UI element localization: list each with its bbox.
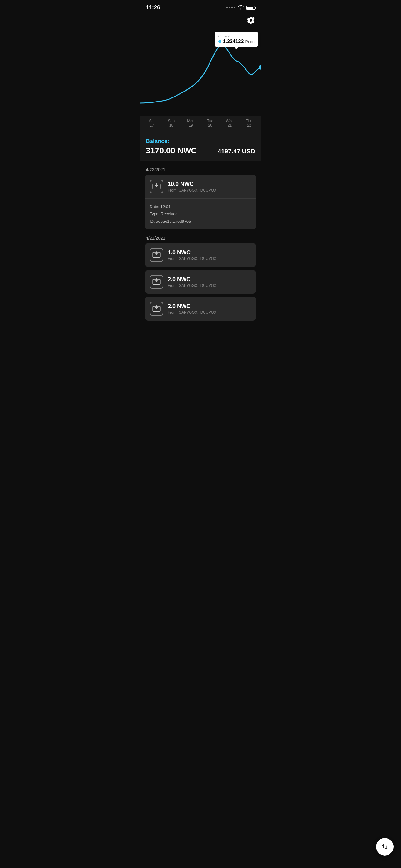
status-time: 11:26 <box>146 4 160 11</box>
tx-detail-1: Date: 12:01 Type: Received ID: adeae1e..… <box>144 198 257 229</box>
tx-date-1: Date: 12:01 <box>149 203 252 210</box>
tx-amount-3: 2.0 NWC <box>168 276 252 283</box>
tx-amount-2: 1.0 NWC <box>168 249 252 256</box>
date-group-4212021: 4/21/2021 1.0 NWC From: GAPYGGX...DUUVOX… <box>144 236 257 320</box>
receive-icon-2 <box>152 251 161 259</box>
xaxis-sat17: Sat 17 <box>142 119 162 127</box>
chart-xaxis: Sat 17 Sun 18 Mon 19 Tue 20 Wed 21 Thu 2… <box>140 116 261 132</box>
tx-card-2[interactable]: 1.0 NWC From: GAPYGGX...DUUVOXI <box>144 243 257 267</box>
chart-tooltip: Current 1.324122 Price <box>214 32 258 47</box>
receive-icon <box>152 182 161 191</box>
xaxis-thu22: Thu 22 <box>239 119 259 127</box>
xaxis-tue20: Tue 20 <box>201 119 220 127</box>
tooltip-price-label: Price <box>245 39 255 44</box>
tooltip-dot <box>218 40 222 43</box>
date-header-4222021: 4/22/2021 <box>144 167 257 172</box>
date-header-4212021: 4/21/2021 <box>144 236 257 241</box>
tx-amount-1: 10.0 NWC <box>168 181 252 187</box>
tx-from-1: From: GAPYGGX...DUUVOXI <box>168 188 252 192</box>
tx-card-3[interactable]: 2.0 NWC From: GAPYGGX...DUUVOXI <box>144 270 257 294</box>
receive-icon-3 <box>152 277 161 286</box>
status-icons <box>226 5 255 11</box>
tooltip-value-row: 1.324122 Price <box>218 39 255 44</box>
tx-main-2: 1.0 NWC From: GAPYGGX...DUUVOXI <box>144 243 257 267</box>
tx-info-2: 1.0 NWC From: GAPYGGX...DUUVOXI <box>168 249 252 261</box>
balance-row: 3170.00 NWC 4197.47 USD <box>146 146 255 156</box>
receive-icon-4 <box>152 304 161 313</box>
xaxis-mon19: Mon 19 <box>181 119 201 127</box>
balance-label: Balance: <box>146 138 255 145</box>
status-bar: 11:26 <box>140 0 261 13</box>
tx-info-1: 10.0 NWC From: GAPYGGX...DUUVOXI <box>168 181 252 192</box>
tooltip-price: 1.324122 <box>223 39 244 44</box>
tx-main-1: 10.0 NWC From: GAPYGGX...DUUVOXI <box>144 175 257 198</box>
tx-from-4: From: GAPYGGX...DUUVOXI <box>168 310 252 315</box>
tx-from-3: From: GAPYGGX...DUUVOXI <box>168 283 252 288</box>
transactions-list: 4/22/2021 10.0 NWC From: GAPYGGX...DUUVO… <box>140 167 261 353</box>
tx-id-1: ID: adeae1e...aed9705 <box>149 218 252 225</box>
tx-type-1: Type: Received <box>149 210 252 217</box>
tx-from-2: From: GAPYGGX...DUUVOXI <box>168 256 252 261</box>
tx-icon-2 <box>149 248 163 262</box>
wifi-icon <box>238 5 244 11</box>
price-chart: Current 1.324122 Price <box>140 28 261 116</box>
tx-main-4: 2.0 NWC From: GAPYGGX...DUUVOXI <box>144 297 257 320</box>
tx-icon-3 <box>149 275 163 289</box>
date-group-4222021: 4/22/2021 10.0 NWC From: GAPYGGX...DUUVO… <box>144 167 257 229</box>
tooltip-label: Current <box>218 34 255 38</box>
tx-info-3: 2.0 NWC From: GAPYGGX...DUUVOXI <box>168 276 252 288</box>
header-actions <box>140 13 261 26</box>
tx-info-4: 2.0 NWC From: GAPYGGX...DUUVOXI <box>168 303 252 315</box>
battery-icon <box>246 6 255 10</box>
xaxis-sun18: Sun 18 <box>162 119 181 127</box>
xaxis-wed21: Wed 21 <box>220 119 239 127</box>
tx-amount-4: 2.0 NWC <box>168 303 252 310</box>
tx-card-4[interactable]: 2.0 NWC From: GAPYGGX...DUUVOXI <box>144 297 257 320</box>
tx-icon-4 <box>149 302 163 316</box>
balance-usd: 4197.47 USD <box>218 148 255 155</box>
tx-main-3: 2.0 NWC From: GAPYGGX...DUUVOXI <box>144 270 257 294</box>
signal-icon <box>226 7 235 8</box>
balance-section: Balance: 3170.00 NWC 4197.47 USD <box>140 132 261 161</box>
tx-icon-1 <box>149 180 163 193</box>
balance-nwc: 3170.00 NWC <box>146 146 197 156</box>
tx-card-1[interactable]: 10.0 NWC From: GAPYGGX...DUUVOXI Date: 1… <box>144 175 257 229</box>
settings-button[interactable] <box>246 16 255 26</box>
